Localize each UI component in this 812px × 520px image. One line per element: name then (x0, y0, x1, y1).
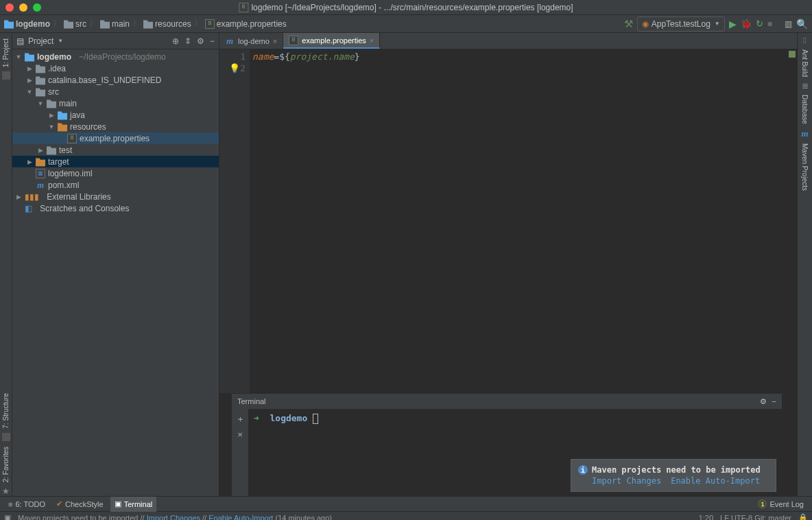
close-window-icon[interactable] (5, 3, 14, 12)
stop-button: ■ (767, 19, 772, 29)
favorites-tool-tab[interactable]: 2: Favorites (2, 444, 10, 485)
debug-button[interactable]: 🐞 (741, 19, 752, 29)
libraries-icon: ▮▮▮ (25, 192, 39, 202)
project-folder-icon (4, 19, 14, 29)
project-panel: ▤ Project ▼ ⊕ ⇕ ⚙ − ▼logdemo ~/IdeaProje… (12, 33, 219, 496)
structure-icon (2, 433, 10, 441)
test-icon: ◉ (642, 19, 649, 29)
properties-file-icon: ⠿ (289, 36, 298, 45)
gear-icon[interactable]: ⚙ (760, 397, 767, 406)
navbar: logdemo〉 src〉 main〉 resources〉 ⠿example.… (0, 15, 812, 33)
project-tree[interactable]: ▼logdemo ~/IdeaProjects/logdemo ▶.idea ▶… (12, 49, 219, 496)
titlebar: ⠿ logdemo [~/IdeaProjects/logdemo] - ...… (0, 0, 812, 15)
checkstyle-tab[interactable]: ✔CheckStyle (52, 497, 108, 512)
folder-icon (36, 75, 45, 85)
prompt-arrow-icon: ➜ (254, 413, 259, 423)
database-tab[interactable]: Database (801, 92, 809, 127)
folder-icon (47, 99, 56, 108)
folder-icon (47, 145, 56, 155)
hide-icon[interactable]: − (772, 397, 776, 406)
import-changes-link[interactable]: Import Changes (592, 476, 661, 486)
folder-icon (143, 19, 153, 29)
hide-icon[interactable]: − (210, 36, 215, 46)
run-button[interactable]: ▶ (729, 19, 737, 29)
search-everywhere-button[interactable]: 🔍 (796, 19, 808, 29)
tree-file-selected[interactable]: ⠿example.properties (12, 132, 219, 144)
margin-icon[interactable]: ▣ (4, 513, 11, 520)
left-tool-gutter: 1: Project 7: Structure 2: Favorites ★ (0, 33, 12, 496)
chevron-down-icon: ▼ (715, 21, 720, 27)
enable-autoimport-link[interactable]: Enable Auto-Import (671, 476, 760, 486)
right-tool-gutter: 𓆣 Ant Build ≣ Database m Maven Projects (797, 33, 812, 496)
notification-balloon: iMaven projects need to be imported Impo… (571, 459, 776, 492)
status-import-link[interactable]: Import Changes (147, 514, 200, 521)
terminal-toolbar: ＋ × (232, 409, 248, 496)
event-log-tab[interactable]: 1Event Log (754, 497, 808, 512)
close-tab-icon[interactable]: × (273, 37, 277, 45)
properties-file-icon: ⠿ (239, 3, 248, 12)
locate-icon[interactable]: ⊕ (172, 36, 179, 46)
maven-icon: m (225, 36, 235, 47)
project-panel-header: ▤ Project ▼ ⊕ ⇕ ⚙ − (12, 33, 219, 49)
editor-tabs: mlog-demo× ⠿example.properties× (219, 33, 797, 49)
event-count-badge: 1 (758, 499, 767, 508)
folder-icon (36, 64, 45, 73)
structure-tool-tab[interactable]: 7: Structure (2, 390, 10, 432)
file-encoding[interactable]: LF UTF-8 Git: master (720, 514, 791, 521)
layout-button[interactable]: ▥ (785, 19, 792, 29)
terminal-cursor (313, 414, 318, 424)
coverage-button[interactable]: ↻ (756, 19, 763, 29)
properties-file-icon: ⠿ (205, 19, 215, 29)
terminal-header: Terminal ⚙ − (232, 394, 782, 409)
bookmarks-tool-tab[interactable] (2, 71, 10, 80)
iml-file-icon: ▦ (36, 169, 45, 178)
status-message: Maven projects need to be imported // Im… (18, 514, 332, 521)
gear-icon[interactable]: ⚙ (197, 36, 204, 46)
target-folder-icon (36, 157, 45, 167)
terminal-pane: Terminal ⚙ − ＋ × ➜ logdemo iMaven projec… (232, 393, 782, 496)
code-editor[interactable]: 1 2 💡 name=${project.name} (219, 49, 797, 393)
collapse-icon[interactable]: ⇕ (184, 36, 191, 46)
resources-folder-icon (58, 122, 67, 132)
todo-tab[interactable]: ≡6: TODO (4, 497, 49, 512)
folder-icon (100, 19, 110, 29)
folder-icon (36, 87, 45, 97)
star-icon: ★ (2, 486, 10, 496)
terminal-content[interactable]: ➜ logdemo iMaven projects need to be imp… (248, 409, 782, 496)
status-autoimport-link[interactable]: Enable Auto-Import (208, 514, 273, 521)
close-session-icon[interactable]: × (237, 429, 243, 440)
tree-folder-selected[interactable]: ▶target (12, 156, 219, 167)
new-session-icon[interactable]: ＋ (236, 413, 245, 425)
maven-projects-tab[interactable]: Maven Projects (801, 141, 809, 193)
terminal-tab[interactable]: ▣Terminal (110, 497, 157, 512)
bottom-toolbar: ≡6: TODO ✔CheckStyle ▣Terminal 1Event Lo… (0, 496, 812, 511)
close-tab-icon[interactable]: × (370, 36, 374, 45)
chevron-down-icon[interactable]: ▼ (58, 38, 63, 44)
properties-file-icon: ⠿ (67, 134, 77, 143)
inspection-ok-icon (789, 51, 796, 58)
lock-icon[interactable]: 🔒 (798, 513, 808, 520)
folder-icon (64, 19, 73, 29)
intention-bulb-icon[interactable]: 💡 (229, 62, 240, 74)
scratches-icon: ◧ (25, 204, 32, 213)
editor-area: mlog-demo× ⠿example.properties× 1 2 💡 na… (219, 33, 797, 496)
build-icon[interactable]: ⚒ (624, 18, 633, 30)
project-view-icon: ▤ (16, 36, 24, 46)
editor-tab-active[interactable]: ⠿example.properties× (283, 33, 380, 49)
status-bar: ▣ Maven projects need to be imported // … (0, 511, 812, 520)
src-folder-icon (58, 110, 67, 120)
ant-icon: 𓆣 (803, 36, 806, 45)
database-icon: ≣ (802, 81, 809, 91)
minimize-window-icon[interactable] (19, 3, 27, 12)
window-title: ⠿ logdemo [~/IdeaProjects/logdemo] - ...… (239, 3, 573, 12)
project-view-label[interactable]: Project (28, 36, 53, 46)
editor-tab[interactable]: mlog-demo× (219, 33, 283, 49)
run-config-selector[interactable]: ◉AppTest.testLog ▼ (637, 16, 725, 32)
project-tool-tab[interactable]: 1: Project (2, 36, 10, 70)
cursor-position[interactable]: 1:20 (699, 514, 713, 521)
line-gutter: 1 2 (219, 49, 250, 393)
breadcrumb[interactable]: logdemo〉 src〉 main〉 resources〉 ⠿example.… (4, 18, 287, 29)
window-controls (0, 3, 41, 12)
ant-build-tab[interactable]: Ant Build (801, 47, 809, 80)
zoom-window-icon[interactable] (33, 3, 41, 12)
